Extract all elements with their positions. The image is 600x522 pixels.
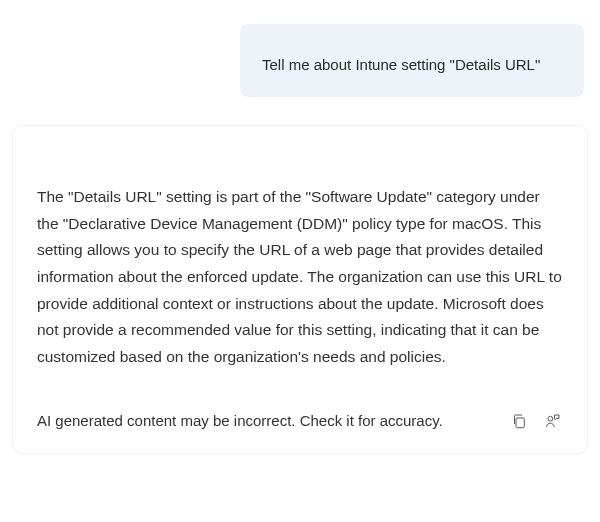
copy-button[interactable]	[509, 411, 529, 431]
copy-icon	[510, 412, 528, 430]
svg-point-1	[548, 416, 553, 421]
footer-action-bar	[509, 411, 563, 431]
ai-response-footer: AI generated content may be incorrect. C…	[37, 411, 563, 431]
svg-rect-0	[516, 418, 524, 428]
user-message-text: Tell me about Intune setting "Details UR…	[262, 56, 540, 73]
ai-response-card: The "Details URL" setting is part of the…	[12, 125, 588, 454]
person-feedback-icon	[544, 412, 562, 430]
feedback-button[interactable]	[543, 411, 563, 431]
user-message-bubble: Tell me about Intune setting "Details UR…	[240, 24, 584, 97]
ai-disclaimer-text: AI generated content may be incorrect. C…	[37, 412, 509, 429]
chat-canvas: Tell me about Intune setting "Details UR…	[0, 0, 600, 522]
ai-response-text: The "Details URL" setting is part of the…	[37, 184, 563, 371]
